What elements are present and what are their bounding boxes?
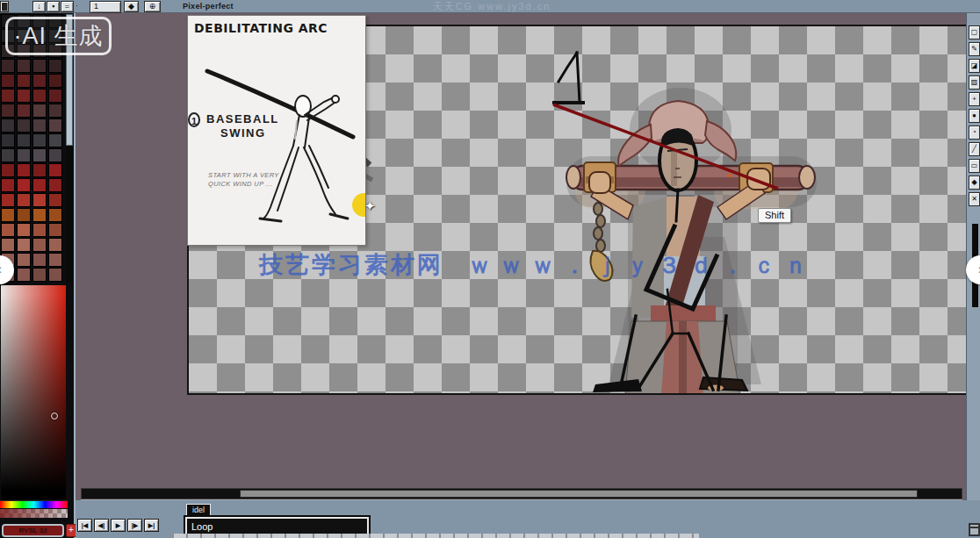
tool-button[interactable]: ▨: [969, 75, 980, 90]
equals-icon[interactable]: =: [61, 1, 74, 12]
palette-swatch[interactable]: [17, 178, 31, 192]
palette-swatch[interactable]: [32, 89, 47, 103]
frame-tick: [608, 534, 609, 538]
frame-tick: [467, 534, 469, 538]
palette-swatch[interactable]: [17, 148, 31, 162]
play-button[interactable]: ▶: [111, 519, 126, 532]
tool-button[interactable]: +: [969, 92, 980, 106]
palette-swatch[interactable]: [32, 208, 47, 222]
tool-button[interactable]: ╱: [969, 142, 980, 156]
cut-toolbar-button[interactable]: [0, 1, 9, 12]
palette-swatch[interactable]: [48, 223, 62, 237]
zoom-tool-icon[interactable]: ⊕: [144, 1, 161, 12]
palette-swatch[interactable]: [1, 163, 15, 177]
palette-swatch[interactable]: [48, 178, 62, 192]
canvas-horizontal-scrollbar[interactable]: [81, 488, 962, 499]
palette-swatch[interactable]: [48, 193, 62, 207]
palette-swatch[interactable]: [17, 253, 31, 267]
palette-swatch[interactable]: [48, 148, 62, 162]
minimized-window-icon[interactable]: [969, 523, 980, 536]
palette-swatch[interactable]: [48, 118, 62, 133]
palette-swatch[interactable]: [17, 74, 31, 88]
palette-swatch[interactable]: [17, 133, 31, 147]
hue-slider[interactable]: [0, 500, 68, 508]
color-picker-gradient[interactable]: [1, 285, 66, 499]
go-first-frame-button[interactable]: |◀: [77, 519, 92, 532]
palette-swatch[interactable]: [32, 148, 47, 162]
brush-size-field[interactable]: 1: [90, 1, 121, 13]
palette-swatch[interactable]: [48, 238, 62, 252]
palette-swatch[interactable]: [17, 238, 31, 252]
palette-swatch[interactable]: [17, 59, 31, 73]
color-picker-cursor[interactable]: [51, 412, 58, 420]
brush-shape-icon[interactable]: ▪: [47, 1, 60, 12]
palette-swatch[interactable]: [32, 223, 47, 237]
arrow-down-icon[interactable]: ↓: [32, 1, 46, 12]
palette-swatch[interactable]: [48, 59, 62, 73]
palette-swatch[interactable]: [1, 59, 15, 73]
palette-swatch[interactable]: [1, 74, 15, 88]
palette-swatch[interactable]: [17, 118, 31, 133]
palette-swatch[interactable]: [48, 104, 62, 118]
palette-swatch[interactable]: [17, 268, 31, 282]
reference-image-overlay[interactable]: DEBILITATING ARC 1 BASEBALL SWING START …: [187, 15, 366, 246]
tool-button[interactable]: ◪: [969, 59, 980, 73]
palette-swatch[interactable]: [17, 89, 31, 103]
tool-button[interactable]: ✎: [969, 42, 980, 56]
tool-button[interactable]: ✕: [969, 192, 980, 206]
palette-swatch[interactable]: [1, 193, 15, 207]
go-last-frame-button[interactable]: ▶|: [144, 519, 159, 532]
palette-swatch[interactable]: [17, 104, 31, 118]
pixel-perfect-label[interactable]: Pixel-perfect: [183, 2, 234, 11]
palette-swatch[interactable]: [1, 223, 15, 237]
palette-swatch[interactable]: [32, 133, 47, 147]
palette-swatch[interactable]: [1, 104, 15, 118]
palette-swatch[interactable]: [17, 193, 31, 207]
canvas-horizontal-scrollbar-thumb[interactable]: [240, 490, 918, 498]
tool-button[interactable]: ●: [969, 109, 980, 123]
palette-swatch[interactable]: [1, 178, 15, 192]
palette-swatch[interactable]: [32, 104, 47, 118]
palette-swatch[interactable]: [32, 253, 47, 267]
palette-swatch[interactable]: [48, 208, 62, 222]
reference-note-line1: START WITH A VERY: [208, 171, 279, 179]
palette-swatch[interactable]: [17, 223, 31, 237]
site-watermark-url: ｗｗｗ．ｊｙ３ｄ．ｃｎ: [468, 252, 816, 278]
frame-ruler[interactable]: [172, 534, 699, 538]
palette-swatch[interactable]: [48, 89, 62, 103]
timeline-bar: idel Loop |◀ ◀| ▶ |▶ ▶|: [76, 500, 980, 538]
palette-swatch[interactable]: [1, 208, 15, 222]
foreground-color-swatch[interactable]: RVSL 32: [2, 524, 64, 537]
palette-swatch[interactable]: [1, 118, 15, 133]
frame-tick: [537, 534, 539, 538]
palette-swatch[interactable]: [32, 238, 47, 252]
palette-swatch[interactable]: [17, 163, 31, 177]
animation-tag[interactable]: idel: [186, 504, 211, 516]
tool-button[interactable]: ◆: [969, 176, 980, 190]
next-frame-button[interactable]: |▶: [127, 519, 142, 532]
palette-swatch[interactable]: [32, 163, 47, 177]
ink-bottle-icon[interactable]: ◆: [124, 1, 139, 12]
frame-tick: [439, 534, 441, 538]
tool-button[interactable]: ▭: [969, 159, 980, 173]
palette-swatch[interactable]: [1, 238, 15, 252]
tool-button[interactable]: ▢: [969, 25, 980, 39]
alpha-slider[interactable]: [0, 509, 68, 518]
tool-button[interactable]: ◔: [969, 126, 980, 140]
prev-frame-button[interactable]: ◀|: [94, 519, 109, 532]
palette-swatch[interactable]: [48, 253, 62, 267]
palette-swatch[interactable]: [32, 193, 47, 207]
palette-swatch[interactable]: [48, 163, 62, 177]
palette-swatch[interactable]: [32, 59, 47, 73]
palette-swatch[interactable]: [48, 133, 62, 147]
palette-swatch[interactable]: [32, 268, 47, 282]
palette-swatch[interactable]: [1, 89, 15, 103]
palette-swatch[interactable]: [48, 74, 62, 88]
palette-swatch[interactable]: [1, 148, 15, 162]
palette-swatch[interactable]: [32, 178, 47, 192]
palette-swatch[interactable]: [1, 133, 15, 147]
palette-swatch[interactable]: [32, 118, 47, 133]
palette-swatch[interactable]: [32, 74, 47, 88]
palette-swatch[interactable]: [48, 268, 62, 282]
palette-swatch[interactable]: [17, 208, 31, 222]
